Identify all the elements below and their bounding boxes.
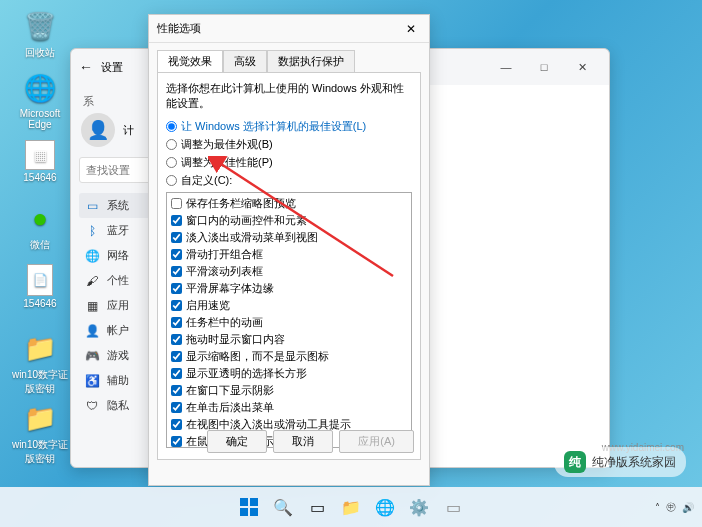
radio-best-appearance[interactable]: 调整为最佳外观(B) xyxy=(166,137,412,152)
folder-icon: 📁 xyxy=(22,330,58,366)
check-label: 平滑滚动列表框 xyxy=(186,264,263,279)
checkbox[interactable] xyxy=(171,232,182,243)
checkbox[interactable] xyxy=(171,385,182,396)
taskbar[interactable]: 🔍 ▭ 📁 🌐 ⚙️ ▭ ˄ ㊥ 🔊 xyxy=(0,487,702,527)
checkbox[interactable] xyxy=(171,249,182,260)
back-button[interactable]: ← xyxy=(79,59,93,75)
desktop-wechat[interactable]: ●微信 xyxy=(10,200,70,252)
taskbar-taskview-icon[interactable]: ▭ xyxy=(303,493,331,521)
label: 调整为最佳外观(B) xyxy=(181,137,273,152)
check-item[interactable]: 淡入淡出或滑动菜单到视图 xyxy=(169,229,409,246)
apply-button[interactable]: 应用(A) xyxy=(339,430,414,453)
label: 系统 xyxy=(107,198,129,213)
taskbar-edge-icon[interactable]: 🌐 xyxy=(371,493,399,521)
checkbox[interactable] xyxy=(171,300,182,311)
check-item[interactable]: 保存任务栏缩略图预览 xyxy=(169,195,409,212)
tray-chevron-icon[interactable]: ˄ xyxy=(655,502,660,513)
check-item[interactable]: 任务栏中的动画 xyxy=(169,314,409,331)
network-icon: 🌐 xyxy=(85,249,99,263)
perf-close-button[interactable]: ✕ xyxy=(401,22,421,36)
checkbox[interactable] xyxy=(171,351,182,362)
bluetooth-icon: ᛒ xyxy=(85,224,99,238)
check-item[interactable]: 在单击后淡出菜单 xyxy=(169,399,409,416)
desktop-folder-2[interactable]: 📁win10数字证版密钥 xyxy=(10,400,70,466)
label: 让 Windows 选择计算机的最佳设置(L) xyxy=(181,119,366,134)
label: 154646 xyxy=(23,298,56,309)
label: 蓝牙 xyxy=(107,223,129,238)
desktop-text-file[interactable]: 📄154646 xyxy=(10,264,70,309)
perf-tab-body: 选择你想在此计算机上使用的 Windows 外观和性能设置。 让 Windows… xyxy=(157,72,421,460)
minimize-button[interactable]: — xyxy=(487,53,525,81)
tray-ime-icon[interactable]: ㊥ xyxy=(666,500,676,514)
radio-custom[interactable]: 自定义(C): xyxy=(166,173,412,188)
label: Microsoft Edge xyxy=(20,108,61,130)
label: 调整为最佳性能(P) xyxy=(181,155,273,170)
check-item[interactable]: 拖动时显示窗口内容 xyxy=(169,331,409,348)
desktop-file-1[interactable]: ▦154646 xyxy=(10,140,70,183)
check-label: 在窗口下显示阴影 xyxy=(186,383,274,398)
check-label: 窗口内的动画控件和元素 xyxy=(186,213,307,228)
apps-icon: ▦ xyxy=(85,299,99,313)
tab-advanced[interactable]: 高级 xyxy=(223,50,267,73)
check-item[interactable]: 滑动打开组合框 xyxy=(169,246,409,263)
taskbar-app-icon[interactable]: ▭ xyxy=(439,493,467,521)
check-item[interactable]: 平滑屏幕字体边缘 xyxy=(169,280,409,297)
taskbar-search-icon[interactable]: 🔍 xyxy=(269,493,297,521)
settings-title: 设置 xyxy=(101,60,123,75)
checkbox[interactable] xyxy=(171,368,182,379)
checkbox[interactable] xyxy=(171,283,182,294)
image-file-icon: ▦ xyxy=(25,140,55,170)
taskbar-settings-icon[interactable]: ⚙️ xyxy=(405,493,433,521)
tab-dep[interactable]: 数据执行保护 xyxy=(267,50,355,73)
label: 网络 xyxy=(107,248,129,263)
check-item[interactable]: 平滑滚动列表框 xyxy=(169,263,409,280)
perf-title-text: 性能选项 xyxy=(157,21,201,36)
check-label: 任务栏中的动画 xyxy=(186,315,263,330)
check-item[interactable]: 在窗口下显示阴影 xyxy=(169,382,409,399)
folder-icon: 📁 xyxy=(22,400,58,436)
label: 微信 xyxy=(30,239,50,250)
tray-volume-icon[interactable]: 🔊 xyxy=(682,502,694,513)
checkbox[interactable] xyxy=(171,215,182,226)
checkbox[interactable] xyxy=(171,436,182,447)
start-button[interactable] xyxy=(235,493,263,521)
checkbox[interactable] xyxy=(171,198,182,209)
label: 154646 xyxy=(23,172,56,183)
watermark-badge: 纯 纯净版系统家园 xyxy=(554,447,686,477)
radio-let-windows-choose[interactable]: 让 Windows 选择计算机的最佳设置(L) xyxy=(166,119,412,134)
tab-visual-effects[interactable]: 视觉效果 xyxy=(157,50,223,73)
ok-button[interactable]: 确定 xyxy=(207,430,267,453)
system-icon: ▭ xyxy=(85,199,99,213)
maximize-button[interactable]: □ xyxy=(525,53,563,81)
text-file-icon: 📄 xyxy=(27,264,53,296)
check-label: 滑动打开组合框 xyxy=(186,247,263,262)
gamepad-icon: 🎮 xyxy=(85,349,99,363)
computer-label: 计 xyxy=(123,123,134,138)
cancel-button[interactable]: 取消 xyxy=(273,430,333,453)
brush-icon: 🖌 xyxy=(85,274,99,288)
taskbar-explorer-icon[interactable]: 📁 xyxy=(337,493,365,521)
label: 回收站 xyxy=(25,47,55,58)
checkbox[interactable] xyxy=(171,317,182,328)
watermark-logo-icon: 纯 xyxy=(564,451,586,473)
check-item[interactable]: 窗口内的动画控件和元素 xyxy=(169,212,409,229)
label2: 版密钥 xyxy=(25,383,55,394)
close-button[interactable]: ✕ xyxy=(563,53,601,81)
checkbox[interactable] xyxy=(171,402,182,413)
checkbox[interactable] xyxy=(171,266,182,277)
radio-best-performance[interactable]: 调整为最佳性能(P) xyxy=(166,155,412,170)
recycle-bin-icon: 🗑️ xyxy=(22,8,58,44)
check-item[interactable]: 显示亚透明的选择长方形 xyxy=(169,365,409,382)
check-label: 拖动时显示窗口内容 xyxy=(186,332,285,347)
checkbox[interactable] xyxy=(171,334,182,345)
check-item[interactable]: 显示缩略图，而不是显示图标 xyxy=(169,348,409,365)
desktop-recycle-bin[interactable]: 🗑️回收站 xyxy=(10,8,70,60)
label: 帐户 xyxy=(107,323,129,338)
check-item[interactable]: 启用速览 xyxy=(169,297,409,314)
desktop-folder-1[interactable]: 📁win10数字证版密钥 xyxy=(10,330,70,396)
desktop-edge[interactable]: 🌐Microsoft Edge xyxy=(10,70,70,130)
checkbox[interactable] xyxy=(171,419,182,430)
system-tray[interactable]: ˄ ㊥ 🔊 xyxy=(655,500,694,514)
visual-effects-checklist[interactable]: 保存任务栏缩略图预览窗口内的动画控件和元素淡入淡出或滑动菜单到视图滑动打开组合框… xyxy=(166,192,412,448)
svg-rect-2 xyxy=(250,498,258,506)
